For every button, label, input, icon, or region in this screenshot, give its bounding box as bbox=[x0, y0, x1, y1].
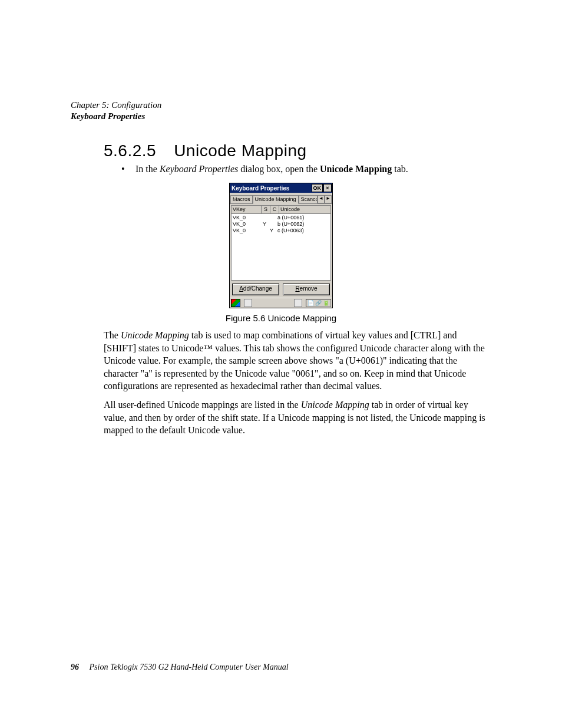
cell-c: Y bbox=[268, 228, 275, 234]
heading-number: 5.6.2.5 bbox=[104, 141, 156, 160]
cell-s bbox=[261, 228, 268, 234]
close-icon[interactable]: × bbox=[323, 184, 332, 192]
taskbar: 📄 🔗 🔋 bbox=[230, 298, 332, 308]
col-header-s[interactable]: S bbox=[262, 206, 270, 213]
list-body: VK_0 a (U+0061) VK_0 Y b (U+0062) VK_0 bbox=[232, 214, 330, 235]
add-change-button[interactable]: Add/Change bbox=[232, 284, 279, 295]
cell-unicode: b (U+0062) bbox=[275, 221, 329, 228]
dialog-button-row: Add/Change Remove bbox=[230, 282, 332, 298]
tab-macros[interactable]: Macros bbox=[230, 195, 253, 203]
figure-caption: Figure 5.6 Unicode Mapping bbox=[71, 313, 491, 323]
tray-battery-icon[interactable]: 🔋 bbox=[323, 301, 329, 306]
tray-network-icon[interactable]: 🔗 bbox=[315, 301, 322, 306]
cell-vkey: VK_0 bbox=[233, 215, 261, 221]
ok-button[interactable]: OK bbox=[312, 184, 323, 192]
keyboard-properties-dialog: Keyboard Properties OK × Macros Unicode … bbox=[229, 183, 333, 308]
instruction-bullet: • In the Keyboard Properties dialog box,… bbox=[121, 164, 491, 174]
cell-vkey: VK_0 bbox=[233, 228, 261, 234]
cell-vkey: VK_0 bbox=[233, 221, 261, 228]
body-paragraph-2: All user-defined Unicode mappings are li… bbox=[104, 398, 491, 437]
running-head-section: Keyboard Properties bbox=[71, 111, 491, 121]
tab-scroll-left-icon[interactable]: ◄ bbox=[318, 195, 325, 203]
dialog-title: Keyboard Properties bbox=[232, 185, 312, 192]
remove-button[interactable]: Remove bbox=[283, 284, 330, 295]
page-footer: 96 Psion Teklogix 7530 G2 Hand-Held Comp… bbox=[71, 663, 289, 672]
footer-text: Psion Teklogix 7530 G2 Hand-Held Compute… bbox=[90, 663, 289, 671]
col-header-c[interactable]: C bbox=[270, 206, 279, 213]
table-row[interactable]: VK_0 a (U+0061) bbox=[233, 215, 329, 221]
bullet-text-mid: dialog box, open the bbox=[238, 164, 320, 174]
list-header: VKey S C Unicode bbox=[232, 206, 330, 214]
tab-scroll-right-icon[interactable]: ► bbox=[325, 195, 332, 203]
taskbar-tray-icon[interactable] bbox=[294, 299, 302, 307]
bullet-text-bold: Unicode Mapping bbox=[320, 164, 392, 174]
mapping-list[interactable]: VKey S C Unicode VK_0 a (U+0061) VK_0 Y bbox=[231, 205, 331, 281]
cell-s: Y bbox=[261, 221, 268, 228]
section-heading: 5.6.2.5 Unicode Mapping bbox=[104, 141, 491, 160]
cell-c bbox=[268, 221, 275, 228]
system-tray[interactable]: 📄 🔗 🔋 bbox=[306, 299, 331, 307]
taskbar-app-icon[interactable] bbox=[244, 299, 252, 307]
page-number: 96 bbox=[71, 663, 79, 671]
tab-unicode-mapping[interactable]: Unicode Mapping bbox=[253, 195, 299, 204]
body-paragraph-1: The Unicode Mapping tab is used to map c… bbox=[104, 329, 491, 393]
tab-scancode[interactable]: Scanco bbox=[299, 195, 318, 203]
tray-doc-icon[interactable]: 📄 bbox=[308, 301, 314, 306]
col-header-unicode[interactable]: Unicode bbox=[279, 206, 330, 213]
cell-unicode: a (U+0061) bbox=[275, 215, 329, 221]
cell-unicode: c (U+0063) bbox=[275, 228, 329, 234]
heading-title: Unicode Mapping bbox=[174, 141, 306, 160]
col-header-vkey[interactable]: VKey bbox=[232, 206, 262, 213]
table-row[interactable]: VK_0 Y b (U+0062) bbox=[233, 221, 329, 228]
running-head-chapter: Chapter 5: Configuration bbox=[71, 100, 491, 110]
table-row[interactable]: VK_0 Y c (U+0063) bbox=[233, 228, 329, 234]
dialog-titlebar: Keyboard Properties OK × bbox=[230, 183, 332, 193]
bullet-text-post: tab. bbox=[392, 164, 408, 174]
start-icon[interactable] bbox=[231, 299, 240, 307]
cell-c bbox=[268, 215, 275, 221]
bullet-text-pre: In the bbox=[135, 164, 160, 174]
bullet-text-italic: Keyboard Properties bbox=[160, 164, 238, 174]
cell-s bbox=[261, 215, 268, 221]
tab-strip: Macros Unicode Mapping Scanco ◄ ► bbox=[230, 193, 332, 204]
